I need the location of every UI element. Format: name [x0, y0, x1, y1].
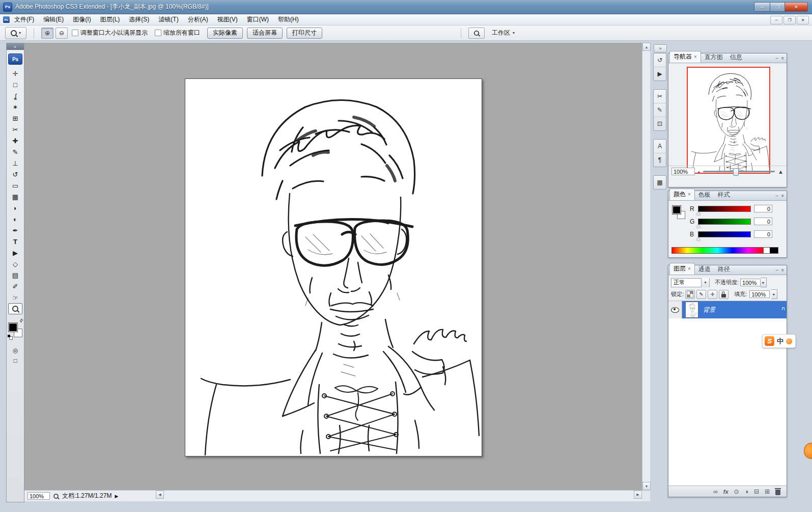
browse-bridge-button[interactable] — [468, 28, 485, 39]
menu-image[interactable]: 图像(I) — [68, 14, 95, 25]
ime-extra-icon[interactable] — [786, 338, 792, 344]
visibility-toggle[interactable] — [668, 301, 682, 318]
spectrum-gradient[interactable] — [672, 248, 763, 253]
vertical-scroll-track[interactable] — [642, 51, 650, 482]
eyedropper-tool[interactable]: ✐ — [8, 281, 22, 292]
delete-layer-icon[interactable] — [775, 490, 780, 495]
new-layer-icon[interactable]: ⊞ — [765, 488, 770, 495]
tab-paths[interactable]: 路径 — [714, 264, 734, 275]
titlebar[interactable]: Ps Adobe Photoshop CS3 Extended - [李小龙_副… — [0, 0, 812, 14]
quick-selection-tool[interactable]: ✶ — [8, 101, 22, 113]
layer-row-background[interactable]: 背景 — [668, 301, 787, 318]
vertical-scrollbar[interactable]: ▲ ▼ — [642, 43, 650, 490]
panel-close-icon[interactable]: × — [781, 193, 784, 199]
green-slider-marker[interactable] — [696, 225, 701, 228]
horizontal-scroll-track[interactable] — [164, 491, 634, 501]
zoom-tool[interactable] — [8, 303, 22, 314]
notes-tool[interactable]: ▤ — [8, 270, 22, 281]
adjustment-layer-icon[interactable]: ◑ — [745, 488, 748, 495]
gradient-tool[interactable]: ▦ — [8, 191, 22, 202]
color-spectrum-ramp[interactable] — [671, 247, 778, 254]
pen-tool[interactable]: ✒ — [8, 225, 22, 236]
foreground-color-swatch[interactable] — [673, 206, 681, 214]
status-popup-button[interactable]: ▶ — [115, 494, 118, 499]
screen-mode-button[interactable]: □ — [9, 356, 21, 365]
menu-filter[interactable]: 滤镜(T) — [154, 14, 183, 25]
paragraph-panel-button[interactable]: ¶ — [654, 153, 666, 167]
clone-stamp-tool[interactable]: ⊥ — [8, 157, 22, 169]
menu-analysis[interactable]: 分析(A) — [183, 14, 213, 25]
swap-colors-icon[interactable]: ⇄ — [18, 317, 24, 324]
default-colors-icon[interactable] — [8, 335, 12, 339]
resize-windows-checkbox[interactable] — [72, 30, 78, 36]
tab-color[interactable]: 颜色 × — [669, 188, 695, 200]
tab-close-icon[interactable]: × — [688, 192, 691, 197]
zoom-out-mountain-icon[interactable]: ▴ — [698, 170, 700, 174]
doc-close-button[interactable]: ✕ — [797, 16, 809, 24]
sogou-edge-button[interactable] — [804, 443, 812, 459]
eraser-tool[interactable]: ▭ — [8, 180, 22, 191]
lasso-tool[interactable]: ʆ — [8, 90, 22, 101]
black-swatch[interactable] — [770, 248, 778, 253]
restore-button[interactable]: ❐ — [770, 2, 785, 12]
type-tool[interactable]: T — [8, 236, 22, 247]
print-size-button[interactable]: 打印尺寸 — [287, 28, 322, 39]
layer-comps-panel-button[interactable]: ▦ — [654, 176, 666, 189]
tab-close-icon[interactable]: × — [688, 266, 691, 272]
fill-spinner-icon[interactable]: ▸ — [771, 289, 777, 299]
scroll-left-button[interactable]: ◀ — [156, 491, 164, 499]
spot-healing-brush-tool[interactable]: ✚ — [8, 135, 22, 146]
zoom-in-button[interactable]: ⊕ — [41, 28, 53, 39]
doc-restore-button[interactable]: ❐ — [783, 16, 796, 24]
navigator-zoom-field[interactable] — [671, 168, 695, 175]
blend-dropdown-icon[interactable]: ▾ — [701, 278, 709, 287]
move-tool[interactable]: ✛ — [8, 68, 22, 79]
close-button[interactable]: ✕ — [785, 2, 808, 12]
zoom-level-field[interactable] — [27, 492, 50, 500]
red-slider[interactable] — [698, 206, 751, 212]
lock-pixels-button[interactable]: ✎ — [696, 290, 706, 299]
rectangular-marquee-tool[interactable]: □ — [8, 79, 22, 90]
blue-slider-marker[interactable] — [696, 237, 701, 240]
horizontal-scrollbar[interactable]: ◀ ▶ — [156, 491, 650, 501]
sogou-logo[interactable]: S — [765, 336, 774, 346]
sogou-ime-bar[interactable]: S 中 — [762, 334, 796, 348]
doc-minimize-button[interactable]: ─ — [770, 16, 782, 24]
blur-tool[interactable]: ◗ — [8, 202, 22, 213]
tab-histogram[interactable]: 直方图 — [701, 52, 726, 63]
slice-tool[interactable]: ✂ — [8, 124, 22, 135]
blue-value-field[interactable] — [754, 230, 772, 238]
blend-mode-select[interactable]: 正常 ▾ — [671, 278, 710, 287]
panel-close-icon[interactable]: × — [781, 267, 784, 273]
zoom-in-mountain-icon[interactable]: ▲ — [778, 169, 783, 175]
actions-panel-button[interactable]: ▶ — [654, 67, 666, 80]
link-layers-icon[interactable]: ∞ — [713, 488, 718, 495]
tab-channels[interactable]: 通道 — [695, 264, 714, 275]
new-group-icon[interactable]: ⊟ — [754, 488, 759, 495]
quick-mask-button[interactable]: ◎ — [9, 346, 21, 355]
dodge-tool[interactable]: ◐ — [8, 213, 22, 225]
layer-thumbnail[interactable] — [685, 302, 698, 318]
white-swatch[interactable] — [763, 248, 770, 253]
navigator-view-box[interactable] — [687, 67, 770, 174]
history-brush-tool[interactable]: ↺ — [8, 169, 22, 180]
green-value-field[interactable] — [754, 218, 772, 225]
panel-minimize-icon[interactable]: − — [775, 56, 778, 61]
fit-screen-button[interactable]: 适合屏幕 — [247, 28, 283, 39]
scroll-down-button[interactable]: ▼ — [642, 482, 651, 490]
brush-tool[interactable]: ✎ — [8, 146, 22, 157]
document-icon[interactable]: Ps — [3, 16, 10, 23]
workspace-button[interactable]: 工作区 ▾ — [489, 28, 518, 38]
tab-styles[interactable]: 样式 — [714, 190, 734, 200]
lock-position-button[interactable]: ✛ — [708, 290, 717, 299]
toolbox-grip[interactable]: » — [7, 43, 24, 50]
panel-close-icon[interactable]: × — [781, 56, 784, 61]
dock-collapse-button[interactable]: » — [654, 44, 667, 52]
panel-minimize-icon[interactable]: − — [775, 193, 778, 199]
scroll-right-button[interactable]: ▶ — [634, 491, 642, 499]
opacity-spinner-icon[interactable]: ▸ — [761, 278, 767, 287]
menu-window[interactable]: 窗口(W) — [242, 14, 273, 25]
tab-navigator[interactable]: 导航器 × — [669, 51, 701, 63]
menu-select[interactable]: 选择(S) — [124, 14, 154, 25]
tab-info[interactable]: 信息 — [726, 52, 746, 63]
